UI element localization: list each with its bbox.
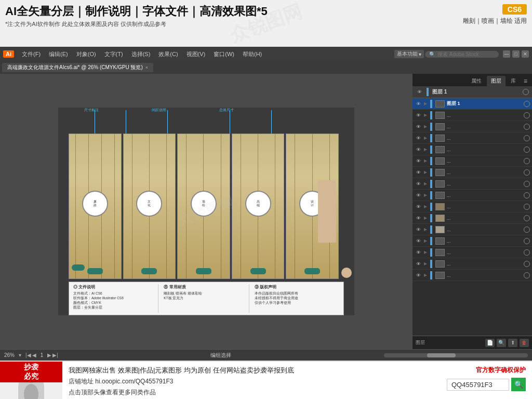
document-tab[interactable]: 高端廉政文化墙源文件AIcs6.ai* @ 26% (CMYK/GPU 预览) … — [2, 63, 153, 72]
layer-eye-icon[interactable]: 👁 — [415, 237, 422, 245]
layer-expand-icon[interactable]: ▶ — [423, 124, 428, 129]
layer-circle-btn[interactable] — [524, 158, 530, 164]
layer-expand-icon[interactable]: ▶ — [423, 261, 428, 267]
properties-tab[interactable]: 属性 — [467, 76, 486, 86]
eye-icon[interactable]: 👁 — [416, 88, 423, 96]
edit-menu[interactable]: 编辑(E) — [45, 49, 72, 59]
layer-eye-icon[interactable]: 👁 — [415, 215, 422, 222]
layer-row[interactable]: 👁 ▶ ... — [413, 144, 532, 155]
prev-page-btn[interactable]: ◀ — [32, 352, 36, 358]
layer-eye-icon[interactable]: 👁 — [415, 169, 422, 176]
layer-expand-icon[interactable]: ▶ — [423, 181, 428, 187]
next-page-btn[interactable]: ▶ — [47, 352, 51, 358]
layer-expand-icon[interactable]: ▶ — [423, 273, 428, 278]
layer-expand-icon[interactable]: ▶ — [423, 158, 428, 164]
layers-list[interactable]: 👁 ▶ 图层 1 👁 ▶ ... 👁 ▶ ... — [413, 98, 532, 336]
layer-expand-icon[interactable]: ▶ — [423, 250, 428, 255]
layer-circle-btn[interactable] — [524, 124, 530, 130]
layer-circle-btn[interactable] — [524, 181, 530, 187]
layer-expand-icon[interactable]: ▶ — [423, 238, 428, 244]
layer-row[interactable]: 👁 ▶ ... — [413, 178, 532, 190]
chevron-down-icon[interactable]: ▾ — [19, 352, 21, 358]
layer-circle-btn[interactable] — [524, 135, 530, 141]
promo-shop-link[interactable]: 店铺地址 hi.ooopic.com/QQ455791F3 — [69, 377, 422, 386]
layer-circle-btn[interactable] — [524, 227, 530, 233]
select-menu[interactable]: 选择(S) — [128, 49, 154, 59]
view-menu[interactable]: 视图(V) — [183, 49, 209, 59]
layer-expand-icon[interactable]: ▶ — [423, 170, 428, 175]
layer-row[interactable]: 👁 ▶ ... — [413, 212, 532, 224]
layer-circle-btn[interactable] — [524, 249, 530, 256]
layer-row[interactable]: 👁 ▶ ... — [413, 201, 532, 212]
layer-eye-icon[interactable]: 👁 — [415, 272, 422, 279]
layer-eye-icon[interactable]: 👁 — [415, 135, 422, 142]
maximize-button[interactable]: □ — [512, 50, 520, 58]
layer-circle-btn[interactable] — [524, 169, 530, 176]
layer-eye-icon[interactable]: 👁 — [415, 260, 422, 268]
object-menu[interactable]: 对象(O) — [73, 49, 100, 59]
layer-target-btn[interactable] — [523, 89, 529, 95]
file-menu[interactable]: 文件(F) — [18, 49, 44, 59]
move-up-btn[interactable]: ⬆ — [508, 339, 517, 347]
layer-circle-btn[interactable] — [524, 272, 530, 278]
layer-circle-btn[interactable] — [524, 147, 530, 153]
layer-eye-icon[interactable]: 👁 — [415, 226, 422, 233]
layer-row[interactable]: 👁 ▶ ... — [413, 270, 532, 281]
canvas-area[interactable]: 尺寸标注 间距说明 总体尺寸 廉政 — [0, 74, 413, 349]
search-input[interactable] — [437, 51, 495, 57]
layer-expand-icon[interactable]: ▶ — [423, 193, 428, 198]
layer-circle-btn[interactable] — [524, 192, 530, 198]
layer-eye-icon[interactable]: 👁 — [415, 157, 422, 165]
layer-circle-btn[interactable] — [524, 101, 530, 107]
layer-row[interactable]: 👁 ▶ ... — [413, 155, 532, 167]
promo-cta[interactable]: 点击顶部头像查看更多同类作品 — [69, 388, 422, 397]
promo-qq-search-btn[interactable]: 🔍 — [511, 378, 526, 391]
last-page-btn[interactable]: ▶| — [52, 352, 58, 358]
help-menu[interactable]: 帮助(H) — [239, 49, 265, 59]
basic-func-btn[interactable]: 基本功能 ▾ — [394, 50, 424, 58]
layer-expand-icon[interactable]: ▶ — [423, 204, 428, 209]
layer-row[interactable]: 👁 ▶ 图层 1 — [413, 98, 532, 110]
close-button[interactable]: ✕ — [522, 50, 529, 58]
layer-expand-icon[interactable]: ▶ — [423, 147, 428, 152]
layer-row[interactable]: 👁 ▶ ... — [413, 121, 532, 132]
layer-circle-btn[interactable] — [524, 238, 530, 244]
layer-row[interactable]: 👁 ▶ ... — [413, 110, 532, 121]
text-menu[interactable]: 文字(T) — [101, 49, 127, 59]
tab-close-icon[interactable]: × — [145, 65, 148, 70]
layers-tab[interactable]: 图层 — [487, 76, 506, 86]
window-menu[interactable]: 窗口(W) — [210, 49, 238, 59]
layer-circle-btn[interactable] — [524, 204, 530, 210]
delete-layer-btn[interactable]: 🗑 — [520, 339, 529, 347]
layer-eye-icon[interactable]: 👁 — [415, 112, 422, 119]
layer-circle-btn[interactable] — [524, 261, 530, 267]
layer-row[interactable]: 👁 ▶ ... — [413, 167, 532, 178]
horizontal-scrollbar[interactable] — [384, 353, 528, 357]
layer-expand-icon[interactable]: ▶ — [423, 101, 428, 107]
layer-eye-icon[interactable]: 👁 — [415, 146, 422, 153]
library-tab[interactable]: 库 — [507, 76, 520, 86]
layer-eye-icon[interactable]: 👁 — [415, 123, 422, 130]
panel-menu-icon[interactable]: ≡ — [521, 76, 530, 86]
layer-expand-icon[interactable]: ▶ — [423, 216, 428, 221]
layer-circle-btn[interactable] — [524, 112, 530, 118]
layer-row[interactable]: 👁 ▶ ... — [413, 132, 532, 144]
layer-eye-icon[interactable]: 👁 — [415, 192, 422, 199]
layer-expand-icon[interactable]: ▶ — [423, 227, 428, 232]
search-layers-btn[interactable]: 🔍 — [497, 339, 506, 347]
layer-expand-icon[interactable]: ▶ — [423, 136, 428, 141]
new-layer-btn[interactable]: 📄 — [485, 339, 495, 347]
layer-eye-icon[interactable]: 👁 — [415, 249, 422, 256]
minimize-button[interactable]: — — [503, 50, 510, 58]
layer-eye-icon[interactable]: 👁 — [415, 180, 422, 188]
search-bar[interactable]: 🔍 — [425, 51, 499, 58]
first-page-btn[interactable]: |◀ — [25, 352, 31, 358]
layer-eye-icon[interactable]: 👁 — [415, 100, 422, 108]
layer-eye-icon[interactable]: 👁 — [415, 203, 422, 210]
effect-menu[interactable]: 效果(C) — [155, 49, 181, 59]
layer-row[interactable]: 👁 ▶ ... — [413, 235, 532, 247]
layer-circle-btn[interactable] — [524, 215, 530, 221]
layer-row[interactable]: 👁 ▶ ... — [413, 224, 532, 235]
layer-row[interactable]: 👁 ▶ ... — [413, 258, 532, 270]
layer-expand-icon[interactable]: ▶ — [423, 113, 428, 118]
